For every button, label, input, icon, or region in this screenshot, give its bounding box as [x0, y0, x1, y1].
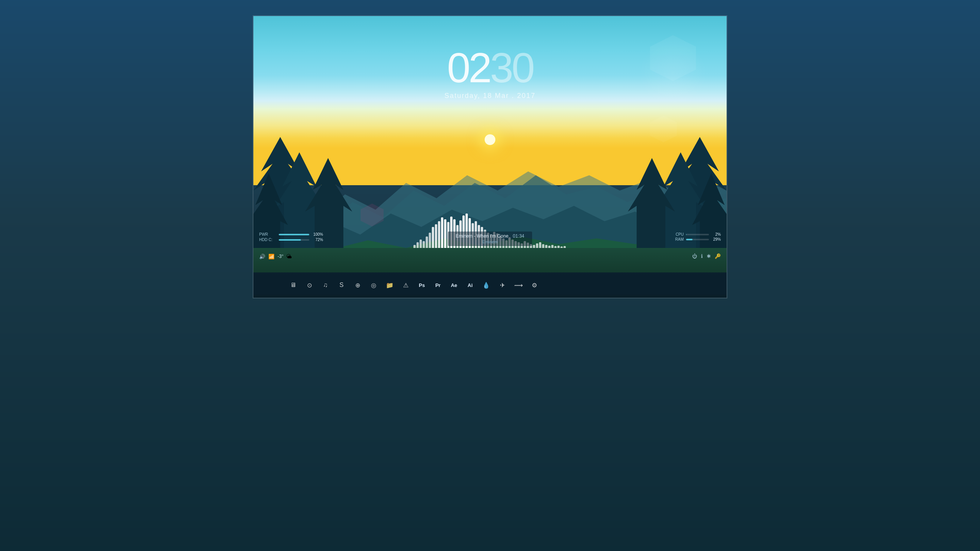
taskbar-icon-premiere[interactable]: Pr	[431, 278, 445, 292]
power-icon[interactable]: ⏻	[692, 253, 697, 259]
page-wrapper: 0230 Saturday, 18 Mar . 2017 Eminem - Wh…	[0, 0, 980, 551]
track-name: Eminem - When I'm Gone 01:34	[456, 233, 524, 239]
viz-bar	[423, 241, 425, 248]
taskbar-icon-plane[interactable]: ✈	[495, 278, 509, 292]
ram-label: RAM	[675, 237, 684, 241]
viz-bar	[432, 227, 434, 248]
viz-bar	[560, 246, 563, 248]
taskbar-icon-music[interactable]: ♫	[318, 278, 332, 292]
cpu-label: CPU	[676, 232, 684, 236]
clock-date: Saturday, 18 Mar . 2017	[444, 92, 536, 100]
taskbar-icon-illustrator[interactable]: Ai	[463, 278, 477, 292]
music-info-panel: Eminem - When I'm Gone 01:34 Eminem	[448, 231, 532, 246]
viz-bar	[542, 244, 544, 248]
pwr-label: PWR	[259, 232, 276, 236]
track-duration: 01:34	[513, 233, 524, 239]
viz-bar	[441, 217, 443, 248]
viz-bar	[533, 245, 535, 248]
viz-bar	[426, 236, 428, 248]
viz-bar	[429, 233, 431, 248]
viz-bar	[416, 242, 419, 248]
weather-icon: 🌥	[286, 253, 292, 259]
viz-bar	[548, 246, 550, 248]
taskbar-icon-after-effects[interactable]: Ae	[447, 278, 461, 292]
hdd-value: 72%	[312, 238, 323, 242]
tray-left: 🔊 📶 -3° 🌥	[259, 253, 292, 259]
artist-name: Eminem	[456, 240, 524, 244]
taskbar-icon-warning[interactable]: ⚠	[399, 278, 413, 292]
viz-bar	[539, 242, 541, 248]
taskbar-icon-chrome[interactable]: ⊙	[302, 278, 316, 292]
viz-bar	[413, 245, 416, 248]
temperature: -3°	[278, 254, 283, 259]
cpu-value: 2%	[711, 232, 721, 236]
viz-bar	[554, 246, 557, 248]
viz-bar	[438, 221, 440, 248]
desktop-frame: 0230 Saturday, 18 Mar . 2017 Eminem - Wh…	[253, 15, 727, 298]
taskbar: 🖥⊙♫S⊕◎📁⚠PsPrAeAi💧✈⟿⚙	[253, 272, 727, 298]
viz-bar	[557, 246, 560, 248]
viz-bar	[564, 246, 566, 248]
taskbar-icon-feather[interactable]: ⟿	[511, 278, 525, 292]
taskbar-icon-skype[interactable]: S	[335, 278, 348, 292]
taskbar-icon-steam[interactable]: ⊕	[351, 278, 364, 292]
lock-icon[interactable]: 🔑	[715, 253, 721, 259]
viz-bar	[444, 219, 446, 248]
sys-right: CPU 2% RAM 29%	[675, 232, 721, 242]
clock-display: 0230 Saturday, 18 Mar . 2017	[444, 47, 536, 100]
brightness-icon[interactable]: ✱	[707, 253, 711, 259]
taskbar-icon-drop[interactable]: 💧	[479, 278, 493, 292]
viz-bar	[420, 240, 422, 248]
wifi-icon: 📶	[268, 254, 274, 259]
clock-bright: 02	[447, 44, 490, 91]
viz-bar	[536, 243, 538, 248]
viz-bar	[435, 224, 437, 248]
taskbar-icon-photoshop[interactable]: Ps	[415, 278, 429, 292]
clock-dim: 30	[490, 44, 533, 91]
taskbar-icon-folder[interactable]: 📁	[383, 278, 397, 292]
taskbar-icon-target[interactable]: ◎	[367, 278, 381, 292]
viz-bar	[545, 245, 547, 248]
viz-bar	[551, 245, 554, 248]
taskbar-icon-settings[interactable]: ⚙	[528, 278, 541, 292]
hdd-label: HDD C:	[259, 238, 276, 242]
sys-left: PWR 100% HDD C: 72%	[259, 232, 323, 243]
pwr-value: 100%	[312, 232, 323, 236]
tray-right-icons: ⏻ ℹ ✱ 🔑	[692, 253, 721, 259]
lens-flare	[639, 39, 707, 108]
bottom-strip	[253, 295, 727, 298]
taskbar-icon-monitor[interactable]: 🖥	[286, 278, 300, 292]
clock-time: 0230	[444, 47, 536, 89]
volume-icon[interactable]: 🔊	[259, 254, 265, 259]
ram-value: 29%	[711, 237, 721, 241]
info-icon[interactable]: ℹ	[701, 253, 703, 259]
